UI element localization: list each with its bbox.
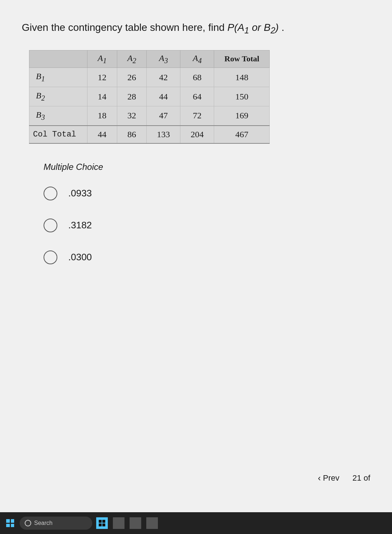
cell-col-total-a2: 86 — [117, 126, 147, 143]
cell-col-total-a1: 44 — [87, 126, 117, 143]
question-formula: P(A1 or B2) — [228, 22, 279, 33]
cell-b2-a4: 64 — [180, 87, 214, 106]
cell-b3-a4: 72 — [180, 106, 214, 125]
prev-chevron-icon: ‹ — [318, 473, 321, 483]
cell-b2-a3: 44 — [147, 87, 180, 106]
table-row-b1: B1 12 26 42 68 148 — [29, 68, 270, 87]
search-icon — [25, 520, 31, 526]
taskbar-icon-3[interactable] — [146, 517, 158, 529]
table-row-col-total: Col Total 44 86 133 204 467 — [29, 126, 270, 143]
header-row-total: Row Total — [214, 50, 270, 68]
cell-b1-a2: 26 — [117, 68, 147, 87]
cell-b2-a2: 28 — [117, 87, 147, 106]
taskbar-icon-grid[interactable] — [96, 517, 108, 529]
header-a1: A1 — [87, 50, 117, 68]
mc-option-3[interactable]: .0300 — [44, 250, 370, 264]
mc-radio-1[interactable] — [44, 187, 57, 200]
cell-col-total-a4: 204 — [180, 126, 214, 143]
table-row-b3: B3 18 32 47 72 169 — [29, 106, 270, 125]
mc-radio-2[interactable] — [44, 219, 57, 232]
table-header-row: A1 A2 A3 A4 Row Total — [29, 50, 270, 68]
cell-b2-label: B2 — [29, 87, 87, 106]
svg-rect-0 — [99, 520, 102, 523]
page-content: Given the contingency table shown here, … — [0, 0, 392, 512]
question-suffix: . — [281, 22, 284, 33]
taskbar-icon-2[interactable] — [130, 517, 141, 529]
mc-option-1[interactable]: .0933 — [44, 187, 370, 200]
search-label: Search — [34, 520, 53, 526]
svg-rect-1 — [102, 520, 105, 523]
cell-b3-a1: 18 — [87, 106, 117, 125]
mc-label-1: .0933 — [68, 188, 92, 199]
cell-col-total-total: 467 — [214, 126, 270, 143]
page-indicator: 21 of — [352, 473, 370, 483]
contingency-table-container: A1 A2 A3 A4 Row Total B1 12 26 42 68 148 — [29, 50, 370, 144]
cell-col-total-label: Col Total — [29, 126, 87, 143]
header-a3: A3 — [147, 50, 180, 68]
cell-b1-a4: 68 — [180, 68, 214, 87]
multiple-choice-section: Multiple Choice .0933 .3182 .0300 — [44, 162, 370, 264]
cell-b3-total: 169 — [214, 106, 270, 125]
grid-icon — [98, 519, 106, 527]
prev-button[interactable]: ‹ Prev — [318, 473, 339, 483]
windows-start-button[interactable] — [4, 517, 17, 530]
cell-b1-label: B1 — [29, 68, 87, 87]
navigation-area: ‹ Prev 21 of — [318, 473, 377, 483]
cell-b2-a1: 14 — [87, 87, 117, 106]
cell-b3-label: B3 — [29, 106, 87, 125]
taskbar-icon-1[interactable] — [113, 517, 124, 529]
question-text: Given the contingency table shown here, … — [22, 22, 370, 36]
mc-label-2: .3182 — [68, 220, 92, 231]
windows-icon-sq3 — [6, 524, 10, 527]
cell-col-total-a3: 133 — [147, 126, 180, 143]
windows-icon-sq1 — [6, 519, 10, 523]
mc-label-3: .0300 — [68, 252, 92, 263]
taskbar-search[interactable]: Search — [20, 517, 92, 530]
mc-option-2[interactable]: .3182 — [44, 219, 370, 232]
header-a4: A4 — [180, 50, 214, 68]
prev-label: Prev — [323, 473, 339, 483]
svg-rect-3 — [102, 523, 105, 526]
taskbar: Search — [0, 512, 392, 534]
windows-icon-sq4 — [11, 524, 15, 527]
header-empty — [29, 50, 87, 68]
cell-b1-total: 148 — [214, 68, 270, 87]
mc-radio-3[interactable] — [44, 250, 57, 264]
cell-b1-a3: 42 — [147, 68, 180, 87]
cell-b3-a3: 47 — [147, 106, 180, 125]
mc-title: Multiple Choice — [44, 162, 370, 172]
table-row-b2: B2 14 28 44 64 150 — [29, 87, 270, 106]
windows-icon-sq2 — [11, 519, 15, 523]
cell-b3-a2: 32 — [117, 106, 147, 125]
svg-rect-2 — [99, 523, 102, 526]
question-prefix: Given the contingency table shown here, … — [22, 22, 228, 33]
contingency-table: A1 A2 A3 A4 Row Total B1 12 26 42 68 148 — [29, 50, 270, 144]
windows-icon — [6, 519, 14, 527]
page-info: 21 of — [352, 473, 370, 482]
cell-b1-a1: 12 — [87, 68, 117, 87]
cell-b2-total: 150 — [214, 87, 270, 106]
header-a2: A2 — [117, 50, 147, 68]
